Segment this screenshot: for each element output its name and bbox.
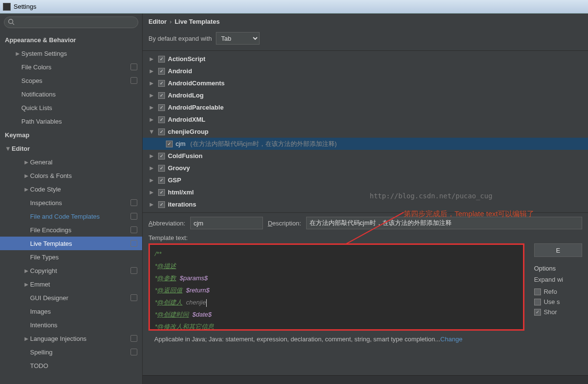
sidebar-item[interactable]: ►Emmet [0,277,142,291]
watermark-text: http://blog.csdn.net/pucao_cug [370,192,492,200]
template-text-editor[interactable]: /***@描述*@参数 $params$*@返回值 $return$*@创建人 … [148,243,524,331]
abbrev-input[interactable] [190,217,263,229]
options-title: Options [534,265,582,272]
sidebar-item[interactable]: Spelling [0,345,142,359]
checkbox-icon[interactable]: ✓ [158,104,165,111]
options-panel: E Options Expand wi Refo Use s ✓Shor [534,243,582,331]
template-group-row[interactable]: ►✓ActionScript [143,53,588,65]
breadcrumb-sep: › [170,18,172,25]
reformat-option[interactable]: Refo [534,288,582,295]
search-icon [8,18,15,27]
template-group-row[interactable]: ►✓iterations [143,198,588,210]
sidebar-item[interactable]: TODO [0,359,142,372]
template-group-row[interactable]: ►✓html/xml [143,186,588,198]
search-box[interactable] [4,16,138,28]
breadcrumb-a: Editor [148,18,167,25]
template-group-row[interactable]: ►✓ColdFusion [143,150,588,162]
sidebar-item[interactable]: Intentions [0,318,142,332]
sidebar-item[interactable]: Notifications [0,87,142,101]
project-badge-icon [131,213,137,220]
project-badge-icon [131,240,137,247]
desc-label: Description: [268,220,301,227]
applicable-contexts: Applicable in Java; Java: statement, exp… [148,331,582,348]
template-group-row[interactable]: ►✓GSP [143,174,588,186]
checkbox-icon[interactable]: ✓ [158,92,165,99]
sidebar-item[interactable]: Path Variables [0,114,142,128]
sidebar-item[interactable]: Quick Lists [0,101,142,114]
project-badge-icon [131,349,137,355]
sidebar-item[interactable]: ►System Settings [0,47,142,60]
change-link[interactable]: Change [441,336,463,343]
checkbox-icon[interactable]: ✓ [158,201,165,208]
content-panel: Editor › Live Templates By default expan… [143,14,588,384]
project-badge-icon [131,335,137,342]
template-group-row[interactable]: ►✓AndroidXML [143,113,588,126]
svg-line-1 [13,23,15,25]
footer-bar [143,375,588,384]
project-badge-icon [131,294,137,301]
sidebar-item[interactable]: Live Templates [0,237,142,250]
expand-select[interactable]: Tab [216,32,260,45]
window-title: Settings [14,3,36,10]
sidebar-item[interactable]: Scopes [0,74,142,87]
template-text-label: Template text: [148,234,582,241]
sidebar-item[interactable]: Images [0,304,142,318]
project-badge-icon [131,226,137,233]
template-group-row[interactable]: ▼✓chenjieGroup [143,126,588,138]
checkbox-icon[interactable]: ✓ [158,177,165,184]
abbrev-label: Abbreviation: [148,220,185,227]
sidebar-item[interactable]: File Encodings [0,223,142,237]
titlebar: Settings [0,0,588,14]
sidebar-item[interactable]: ►Colors & Fonts [0,169,142,182]
template-group-row[interactable]: ►✓Groovy [143,162,588,174]
expand-with-label: Expand wi [534,276,582,283]
project-badge-icon [131,64,137,70]
template-group-row[interactable]: ►✓AndroidLog [143,89,588,101]
checkbox-icon[interactable]: ✓ [158,128,165,135]
sidebar-group[interactable]: ▼Editor [0,142,142,155]
checkbox-icon[interactable]: ✓ [158,165,165,172]
search-input[interactable] [4,16,138,28]
sidebar-group[interactable]: Keymap [0,128,142,142]
sidebar-item[interactable]: File Types [0,250,142,264]
settings-sidebar: Appearance & Behavior►System SettingsFil… [0,14,143,384]
annotation-text: 第四步完成后，Template text可以编辑了 [404,209,534,219]
breadcrumb-b: Live Templates [175,18,220,25]
project-badge-icon [131,199,137,206]
checkbox-icon[interactable]: ✓ [158,153,165,160]
settings-tree[interactable]: Appearance & Behavior►System SettingsFil… [0,31,142,384]
checkbox-icon[interactable]: ✓ [158,80,165,87]
template-group-row[interactable]: ►✓AndroidParcelable [143,101,588,113]
template-group-row[interactable]: ►✓Android [143,65,588,77]
expand-label: By default expand with [148,35,212,42]
sidebar-item[interactable]: File Colors [0,60,142,74]
template-list[interactable]: ►✓ActionScript►✓Android►✓AndroidComments… [143,50,588,213]
project-badge-icon [131,267,137,274]
sidebar-group[interactable]: Appearance & Behavior [0,33,142,47]
sidebar-item[interactable]: ►General [0,155,142,169]
sidebar-item[interactable]: GUI Designer [0,291,142,304]
checkbox-icon[interactable]: ✓ [158,68,165,75]
project-badge-icon [131,77,137,84]
breadcrumb: Editor › Live Templates [143,14,588,29]
checkbox-icon[interactable]: ✓ [158,189,165,196]
sidebar-item[interactable]: ►Language Injections [0,332,142,345]
use-static-option[interactable]: Use s [534,298,582,305]
sidebar-item[interactable]: File and Code Templates [0,209,142,223]
edit-variables-button[interactable]: E [534,243,582,257]
checkbox-icon[interactable]: ✓ [158,116,165,123]
template-item-row[interactable]: ✓cjm(在方法内部敲代码cjm时，在该方法的外部添加注释) [143,138,588,150]
svg-point-0 [9,19,13,24]
template-group-row[interactable]: ►✓AndroidComments [143,77,588,89]
sidebar-item[interactable]: Inspections [0,196,142,209]
shorten-option[interactable]: ✓Shor [534,308,582,316]
checkbox-icon[interactable]: ✓ [166,141,173,147]
sidebar-item[interactable]: ►Code Style [0,182,142,196]
checkbox-icon[interactable]: ✓ [158,56,165,63]
app-icon [3,3,11,11]
sidebar-item[interactable]: ►Copyright [0,264,142,277]
